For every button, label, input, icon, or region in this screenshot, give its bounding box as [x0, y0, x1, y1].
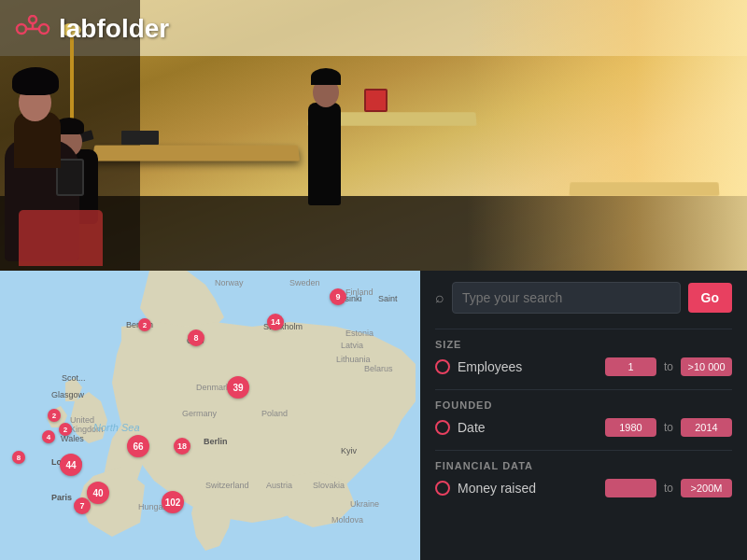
- employees-radio[interactable]: [435, 359, 450, 374]
- size-filter-section: SIZE Employees to: [435, 339, 732, 376]
- search-bar: ⌕ Go: [435, 282, 732, 314]
- office-photo-section: labfolder: [0, 0, 747, 271]
- kyiv-label: Kyiv: [341, 446, 357, 455]
- country-label-moldova: Moldova: [331, 515, 363, 525]
- country-label-latvia: Latvia: [341, 341, 363, 350]
- country-label-switzerland: Switzerland: [205, 481, 249, 490]
- founded-section-label: FOUNDED: [435, 399, 732, 411]
- divider-3: [435, 450, 732, 451]
- map-pin-8-w[interactable]: 8: [12, 451, 25, 464]
- filter-panel: ⌕ Go SIZE Employees to FOUNDED Date: [420, 271, 747, 560]
- map-pin-8[interactable]: 8: [188, 329, 204, 346]
- country-label-denmark: Denmark: [196, 383, 231, 392]
- go-button[interactable]: Go: [688, 283, 732, 313]
- size-from-input[interactable]: [605, 357, 656, 376]
- map-pin-7[interactable]: 7: [74, 497, 91, 514]
- north-sea-label: North Sea: [93, 422, 140, 433]
- country-label-slovakia: Slovakia: [313, 481, 345, 490]
- money-radio[interactable]: [435, 481, 450, 496]
- country-label-ukraine: Ukraine: [350, 499, 379, 509]
- date-radio[interactable]: [435, 420, 450, 435]
- country-label-belarus: Belarus: [364, 364, 393, 373]
- country-label-austria: Austria: [266, 481, 292, 490]
- financial-filter-section: FINANCIAL DATA Money raised to: [435, 460, 732, 497]
- country-label-poland: Poland: [261, 409, 288, 418]
- berlin-label: Berlin: [204, 437, 228, 446]
- founded-from-input[interactable]: [605, 418, 656, 437]
- search-icon: ⌕: [435, 289, 444, 306]
- map-pin-102[interactable]: 102: [162, 491, 184, 513]
- founded-filter-section: FOUNDED Date to: [435, 399, 732, 437]
- glasgow-label: Glasgow: [51, 390, 84, 399]
- map-section[interactable]: Norway Sweden Finland Estonia Latvia Lit…: [0, 271, 420, 560]
- map-pin-40[interactable]: 40: [87, 482, 109, 504]
- search-input[interactable]: [452, 282, 681, 314]
- financial-filter-row: Money raised to: [435, 479, 732, 497]
- country-label-estonia: Estonia: [345, 329, 374, 338]
- date-label: Date: [458, 420, 598, 435]
- country-label-germany: Germany: [182, 409, 217, 418]
- map-pin-2-wales[interactable]: 2: [59, 423, 72, 436]
- paris-label: Paris: [51, 493, 72, 502]
- svg-point-3: [29, 16, 36, 23]
- size-to-input[interactable]: [681, 357, 732, 376]
- country-label-norway: Norway: [215, 278, 244, 287]
- country-label-lithuania: Lithuania: [336, 355, 371, 364]
- scot-label: Scot...: [62, 373, 86, 383]
- founded-to-input[interactable]: [681, 418, 732, 437]
- map-pin-4[interactable]: 4: [42, 430, 55, 443]
- map-pin-14[interactable]: 14: [267, 314, 284, 330]
- saint-label: Saint: [378, 294, 398, 303]
- founded-filter-row: Date to: [435, 418, 732, 437]
- founded-to-label: to: [664, 421, 673, 434]
- map-pin-66[interactable]: 66: [127, 435, 149, 457]
- map-pin-2-scot[interactable]: 2: [48, 409, 61, 422]
- size-filter-row: Employees to: [435, 357, 732, 376]
- map-pin-39[interactable]: 39: [227, 376, 249, 399]
- country-label-sweden: Sweden: [289, 278, 320, 287]
- financial-to-input[interactable]: [681, 479, 732, 497]
- financial-from-input[interactable]: [605, 479, 656, 497]
- svg-point-0: [17, 24, 26, 34]
- divider-1: [435, 329, 732, 329]
- employees-label: Employees: [458, 359, 598, 374]
- money-label: Money raised: [458, 481, 598, 496]
- logo-area: labfolder: [14, 14, 169, 44]
- logo-text: labfolder: [59, 14, 169, 44]
- map-pin-44[interactable]: 44: [60, 454, 82, 476]
- financial-to-label: to: [664, 482, 673, 495]
- size-to-label: to: [664, 360, 673, 373]
- labfolder-logo-icon: [14, 15, 51, 43]
- divider-2: [435, 389, 732, 390]
- svg-point-1: [39, 24, 49, 34]
- financial-section-label: FINANCIAL DATA: [435, 460, 732, 471]
- bottom-section: Norway Sweden Finland Estonia Latvia Lit…: [0, 271, 747, 560]
- map-pin-18[interactable]: 18: [174, 438, 190, 455]
- map-pin-2-bergen[interactable]: 2: [138, 318, 151, 331]
- map-pin-9[interactable]: 9: [330, 288, 346, 305]
- size-section-label: SIZE: [435, 339, 732, 350]
